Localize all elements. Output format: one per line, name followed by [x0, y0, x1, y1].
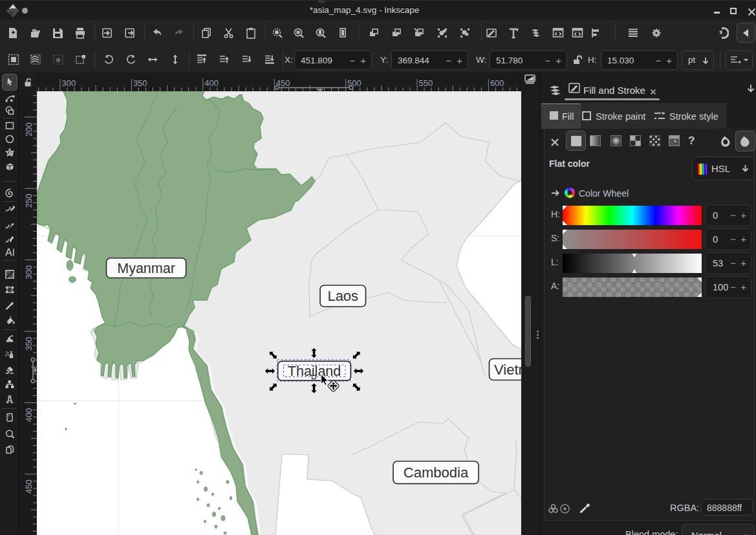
- svg-text:450: 450: [24, 479, 34, 494]
- svg-text:Laos: Laos: [327, 288, 358, 304]
- svg-text:350: 350: [24, 336, 34, 351]
- svg-text:300: 300: [62, 78, 76, 88]
- svg-text:400: 400: [204, 78, 219, 88]
- svg-text:300: 300: [24, 265, 34, 279]
- svg-text:400: 400: [24, 408, 34, 422]
- svg-text:200: 200: [24, 122, 34, 136]
- svg-text:250: 250: [24, 194, 34, 208]
- svg-text:550: 550: [419, 78, 433, 88]
- svg-text:Cambodia: Cambodia: [404, 464, 469, 481]
- svg-text:350: 350: [133, 78, 147, 88]
- svg-text:Myanmar: Myanmar: [117, 261, 175, 276]
- svg-text:Vietnam: Vietnam: [494, 362, 521, 378]
- svg-text:600: 600: [490, 78, 504, 88]
